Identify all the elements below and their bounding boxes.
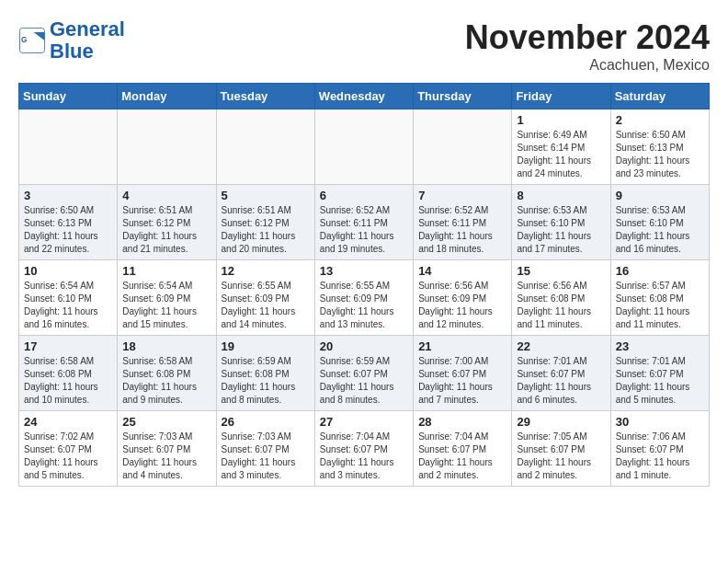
calendar-week-row: 17Sunrise: 6:58 AM Sunset: 6:08 PM Dayli…: [19, 336, 710, 411]
svg-text:G: G: [21, 36, 27, 44]
day-number: 3: [24, 189, 112, 202]
calendar-day-cell: 10Sunrise: 6:54 AM Sunset: 6:10 PM Dayli…: [19, 260, 118, 336]
calendar-day-cell: 4Sunrise: 6:51 AM Sunset: 6:12 PM Daylig…: [118, 185, 216, 260]
title-section: November 2024 Acachuen, Mexico: [465, 18, 710, 74]
calendar-day-cell: [216, 109, 314, 185]
day-number: 23: [616, 339, 704, 353]
day-number: 15: [517, 264, 605, 278]
day-number: 21: [418, 339, 506, 353]
calendar-week-row: 1Sunrise: 6:49 AM Sunset: 6:14 PM Daylig…: [19, 109, 710, 185]
calendar-day-cell: 19Sunrise: 6:59 AM Sunset: 6:08 PM Dayli…: [216, 336, 314, 411]
calendar-day-cell: 28Sunrise: 7:04 AM Sunset: 6:07 PM Dayli…: [414, 411, 512, 487]
day-number: 26: [222, 415, 310, 429]
day-number: 5: [222, 189, 310, 202]
day-number: 11: [122, 264, 210, 278]
page-header: G General Blue November 2024 Acachuen, M…: [18, 18, 710, 74]
day-info: Sunrise: 7:03 AM Sunset: 6:07 PM Dayligh…: [222, 431, 310, 482]
day-info: Sunrise: 6:52 AM Sunset: 6:11 PM Dayligh…: [418, 204, 506, 256]
day-number: 4: [122, 189, 210, 202]
weekday-header: Friday: [512, 84, 610, 109]
day-info: Sunrise: 6:55 AM Sunset: 6:09 PM Dayligh…: [320, 280, 408, 331]
weekday-header: Monday: [118, 84, 216, 109]
day-number: 9: [616, 189, 704, 202]
calendar-day-cell: 14Sunrise: 6:56 AM Sunset: 6:09 PM Dayli…: [414, 260, 512, 336]
weekday-header: Thursday: [414, 84, 512, 109]
calendar-day-cell: 5Sunrise: 6:51 AM Sunset: 6:12 PM Daylig…: [216, 185, 314, 260]
calendar-day-cell: 7Sunrise: 6:52 AM Sunset: 6:11 PM Daylig…: [414, 185, 512, 260]
day-number: 13: [320, 264, 408, 278]
day-info: Sunrise: 6:54 AM Sunset: 6:09 PM Dayligh…: [122, 280, 210, 331]
calendar-day-cell: 29Sunrise: 7:05 AM Sunset: 6:07 PM Dayli…: [512, 411, 610, 487]
calendar-day-cell: 27Sunrise: 7:04 AM Sunset: 6:07 PM Dayli…: [314, 411, 413, 487]
calendar-day-cell: 13Sunrise: 6:55 AM Sunset: 6:09 PM Dayli…: [314, 260, 413, 336]
day-info: Sunrise: 6:58 AM Sunset: 6:08 PM Dayligh…: [122, 355, 210, 407]
day-number: 24: [24, 415, 112, 429]
calendar-day-cell: [118, 109, 216, 185]
day-info: Sunrise: 6:51 AM Sunset: 6:12 PM Dayligh…: [222, 204, 310, 256]
calendar-day-cell: 8Sunrise: 6:53 AM Sunset: 6:10 PM Daylig…: [512, 185, 610, 260]
calendar-day-cell: 21Sunrise: 7:00 AM Sunset: 6:07 PM Dayli…: [414, 336, 512, 411]
day-info: Sunrise: 6:56 AM Sunset: 6:08 PM Dayligh…: [517, 280, 605, 331]
day-info: Sunrise: 7:04 AM Sunset: 6:07 PM Dayligh…: [418, 431, 506, 482]
calendar-day-cell: 16Sunrise: 6:57 AM Sunset: 6:08 PM Dayli…: [610, 260, 709, 336]
day-number: 14: [418, 264, 506, 278]
calendar-day-cell: [414, 109, 512, 185]
location: Acachuen, Mexico: [465, 57, 710, 74]
calendar-day-cell: 9Sunrise: 6:53 AM Sunset: 6:10 PM Daylig…: [610, 185, 709, 260]
calendar-week-row: 24Sunrise: 7:02 AM Sunset: 6:07 PM Dayli…: [19, 411, 710, 487]
day-info: Sunrise: 6:51 AM Sunset: 6:12 PM Dayligh…: [122, 204, 210, 256]
calendar-day-cell: [314, 109, 413, 185]
calendar-day-cell: 23Sunrise: 7:01 AM Sunset: 6:07 PM Dayli…: [610, 336, 709, 411]
day-info: Sunrise: 7:00 AM Sunset: 6:07 PM Dayligh…: [418, 355, 506, 407]
day-number: 22: [517, 339, 605, 353]
weekday-header-row: SundayMondayTuesdayWednesdayThursdayFrid…: [19, 84, 710, 109]
day-info: Sunrise: 6:49 AM Sunset: 6:14 PM Dayligh…: [517, 129, 605, 180]
day-info: Sunrise: 6:54 AM Sunset: 6:10 PM Dayligh…: [24, 280, 112, 331]
calendar-day-cell: 3Sunrise: 6:50 AM Sunset: 6:13 PM Daylig…: [19, 185, 118, 260]
logo-text: General Blue: [50, 18, 125, 63]
day-info: Sunrise: 6:53 AM Sunset: 6:10 PM Dayligh…: [517, 204, 605, 256]
day-number: 10: [24, 264, 112, 278]
day-number: 29: [517, 415, 605, 429]
calendar-week-row: 10Sunrise: 6:54 AM Sunset: 6:10 PM Dayli…: [19, 260, 710, 336]
calendar-day-cell: 12Sunrise: 6:55 AM Sunset: 6:09 PM Dayli…: [216, 260, 314, 336]
day-info: Sunrise: 6:57 AM Sunset: 6:08 PM Dayligh…: [616, 280, 704, 331]
day-info: Sunrise: 7:01 AM Sunset: 6:07 PM Dayligh…: [517, 355, 605, 407]
weekday-header: Tuesday: [216, 84, 314, 109]
day-info: Sunrise: 7:05 AM Sunset: 6:07 PM Dayligh…: [517, 431, 605, 482]
day-number: 17: [24, 339, 112, 353]
calendar-day-cell: 22Sunrise: 7:01 AM Sunset: 6:07 PM Dayli…: [512, 336, 610, 411]
calendar-day-cell: 25Sunrise: 7:03 AM Sunset: 6:07 PM Dayli…: [118, 411, 216, 487]
day-number: 2: [616, 113, 704, 127]
month-title: November 2024: [465, 18, 710, 57]
calendar-day-cell: 30Sunrise: 7:06 AM Sunset: 6:07 PM Dayli…: [610, 411, 709, 487]
calendar-day-cell: 17Sunrise: 6:58 AM Sunset: 6:08 PM Dayli…: [19, 336, 118, 411]
day-number: 20: [320, 339, 408, 353]
calendar-day-cell: 1Sunrise: 6:49 AM Sunset: 6:14 PM Daylig…: [512, 109, 610, 185]
day-number: 30: [616, 415, 704, 429]
day-number: 28: [418, 415, 506, 429]
day-number: 7: [418, 189, 506, 202]
day-info: Sunrise: 6:50 AM Sunset: 6:13 PM Dayligh…: [616, 129, 704, 180]
calendar-day-cell: 20Sunrise: 6:59 AM Sunset: 6:07 PM Dayli…: [314, 336, 413, 411]
day-number: 16: [616, 264, 704, 278]
weekday-header: Saturday: [610, 84, 709, 109]
calendar-day-cell: 24Sunrise: 7:02 AM Sunset: 6:07 PM Dayli…: [19, 411, 118, 487]
day-info: Sunrise: 6:53 AM Sunset: 6:10 PM Dayligh…: [616, 204, 704, 256]
day-info: Sunrise: 6:59 AM Sunset: 6:07 PM Dayligh…: [320, 355, 408, 407]
calendar-day-cell: 18Sunrise: 6:58 AM Sunset: 6:08 PM Dayli…: [118, 336, 216, 411]
calendar-table: SundayMondayTuesdayWednesdayThursdayFrid…: [18, 83, 710, 487]
day-info: Sunrise: 7:02 AM Sunset: 6:07 PM Dayligh…: [24, 431, 112, 482]
day-info: Sunrise: 6:59 AM Sunset: 6:08 PM Dayligh…: [222, 355, 310, 407]
day-info: Sunrise: 7:04 AM Sunset: 6:07 PM Dayligh…: [320, 431, 408, 482]
weekday-header: Sunday: [19, 84, 118, 109]
weekday-header: Wednesday: [314, 84, 413, 109]
day-info: Sunrise: 6:50 AM Sunset: 6:13 PM Dayligh…: [24, 204, 112, 256]
logo: G General Blue: [18, 18, 125, 63]
day-number: 12: [222, 264, 310, 278]
day-number: 25: [122, 415, 210, 429]
day-info: Sunrise: 7:06 AM Sunset: 6:07 PM Dayligh…: [616, 431, 704, 482]
calendar-day-cell: 2Sunrise: 6:50 AM Sunset: 6:13 PM Daylig…: [610, 109, 709, 185]
logo-icon: G: [18, 27, 46, 54]
day-info: Sunrise: 7:01 AM Sunset: 6:07 PM Dayligh…: [616, 355, 704, 407]
